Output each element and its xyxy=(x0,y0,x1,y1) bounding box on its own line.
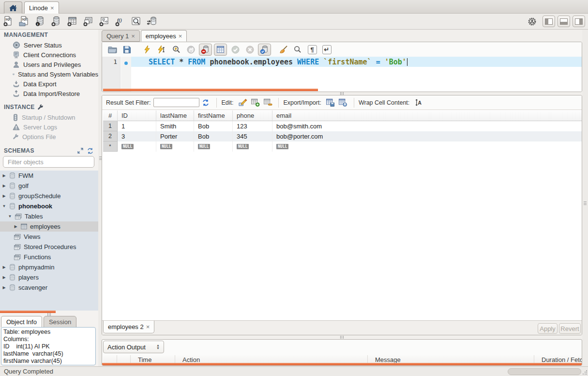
grid-cell-phone[interactable]: 123 xyxy=(233,121,272,131)
schema-tree-item-scavenger[interactable]: ▶ scavenger xyxy=(0,282,98,293)
tab-query-1[interactable]: Query 1 × xyxy=(102,30,140,42)
grid-cell-null[interactable]: NULL xyxy=(233,141,272,152)
close-icon[interactable]: × xyxy=(179,32,182,40)
right-panel-splitter[interactable] xyxy=(582,30,588,366)
execute-query-icon[interactable] xyxy=(140,43,154,56)
schema-tree-item-players[interactable]: ▶ players xyxy=(0,272,98,282)
expand-arrow-icon[interactable]: ▶ xyxy=(2,285,6,290)
schema-tree-item-stored-procedures[interactable]: Stored Procedures xyxy=(0,242,98,252)
horizontal-scrollbar-thumb[interactable] xyxy=(508,368,581,375)
grid-cell-phone[interactable]: 345 xyxy=(233,131,272,141)
sidebar-item-startup-shutdown[interactable]: Startup / Shutdown xyxy=(0,112,98,122)
expand-schemas-icon[interactable] xyxy=(77,148,83,154)
toggle-stop-on-error-button[interactable] xyxy=(199,44,212,56)
refresh-results-icon[interactable] xyxy=(199,97,212,108)
new-query-tab-icon[interactable]: SQL xyxy=(0,15,16,28)
output-type-select[interactable]: Action Output ▲▼ xyxy=(103,341,164,353)
column-header-email[interactable]: email xyxy=(272,110,582,121)
close-icon[interactable]: × xyxy=(50,4,54,12)
apply-button[interactable]: Apply xyxy=(538,323,558,334)
save-file-icon[interactable] xyxy=(120,43,134,56)
schema-inspector-icon[interactable]: i xyxy=(32,15,48,28)
schema-tree-item-phonebook[interactable]: ▼ phonebook xyxy=(0,201,98,211)
row-number-cell[interactable]: 1 xyxy=(103,121,118,131)
expand-arrow-icon[interactable]: ▶ xyxy=(2,265,6,269)
column-header-phone[interactable]: phone xyxy=(233,110,272,121)
grid-cell-id[interactable]: 1 xyxy=(118,121,156,131)
sidebar-item-data-export[interactable]: Data Export xyxy=(0,79,98,89)
grid-cell-null[interactable]: NULL xyxy=(272,141,582,152)
create-table-icon[interactable] xyxy=(64,15,80,28)
sidebar-item-client-connections[interactable]: Client Connections xyxy=(0,50,98,60)
reconnect-db-icon[interactable] xyxy=(144,15,160,28)
stop-query-icon[interactable] xyxy=(183,43,198,56)
limit-rows-button[interactable] xyxy=(214,44,227,56)
edit-record-icon[interactable] xyxy=(236,97,249,108)
preferences-gear-icon[interactable] xyxy=(524,15,540,28)
explain-plan-icon[interactable] xyxy=(169,43,183,56)
column-header-id[interactable]: ID xyxy=(118,110,156,121)
create-procedure-icon[interactable] xyxy=(96,15,112,28)
resize-grip[interactable] xyxy=(582,370,587,375)
rollback-icon[interactable] xyxy=(242,43,257,56)
create-schema-icon[interactable] xyxy=(48,15,64,28)
tab-employees-2[interactable]: employees 2 × xyxy=(103,321,154,333)
delete-row-icon[interactable] xyxy=(261,97,274,108)
create-view-icon[interactable] xyxy=(80,15,96,28)
collapse-arrow-icon[interactable]: ▼ xyxy=(8,214,12,219)
expand-arrow-icon[interactable]: ▶ xyxy=(14,224,18,229)
export-recordset-icon[interactable] xyxy=(324,97,337,108)
sidebar-item-status-system-variables[interactable]: Status and System Variables xyxy=(0,69,98,79)
wrap-text-icon[interactable]: ↵ xyxy=(319,43,334,56)
sidebar-item-data-import[interactable]: Data Import/Restore xyxy=(0,89,98,98)
grid-cell-null[interactable]: NULL xyxy=(194,141,233,152)
toggle-bottom-panel-button[interactable] xyxy=(558,16,570,27)
grid-cell-email[interactable]: bob@porter.com xyxy=(272,131,582,141)
schema-tree-item-functions[interactable]: Functions xyxy=(0,252,98,262)
close-icon[interactable]: × xyxy=(131,32,135,40)
row-number-cell[interactable]: 2 xyxy=(103,131,118,141)
schema-tree-item-golf[interactable]: ▶ golf xyxy=(0,181,98,191)
toggle-left-sidebar-button[interactable] xyxy=(543,16,555,27)
expand-arrow-icon[interactable]: ▶ xyxy=(2,173,6,178)
show-invisibles-icon[interactable]: ¶ xyxy=(305,43,319,56)
column-header-rownum[interactable]: # xyxy=(103,110,118,121)
schema-tree-item-employees[interactable]: ▶ employees xyxy=(0,221,98,232)
expand-arrow-icon[interactable]: ▶ xyxy=(2,184,6,188)
schema-tree-item-phpmyadmin[interactable]: ▶ phpmyadmin xyxy=(0,262,98,272)
import-recordset-icon[interactable] xyxy=(337,97,349,108)
grid-cell-email[interactable]: bob@smith.com xyxy=(272,121,582,131)
new-row-marker-cell[interactable]: * xyxy=(103,141,118,152)
grid-cell-firstname[interactable]: Bob xyxy=(194,131,233,141)
toggle-right-sidebar-button[interactable] xyxy=(573,16,585,27)
insert-row-icon[interactable] xyxy=(249,97,261,108)
create-function-icon[interactable]: f() xyxy=(112,15,128,28)
editor-horizontal-scrollbar[interactable] xyxy=(103,89,318,91)
toggle-autocommit-button[interactable] xyxy=(258,44,271,56)
schema-tree-item-tables[interactable]: ▼ Tables xyxy=(0,211,98,221)
tab-object-info[interactable]: Object Info xyxy=(1,316,42,328)
grid-cell-lastname[interactable]: Smith xyxy=(156,121,194,131)
result-set-filter-input[interactable] xyxy=(153,98,199,107)
grid-cell-firstname[interactable]: Bob xyxy=(194,121,233,131)
schema-tree-item-fwm[interactable]: ▶ FWM xyxy=(0,171,98,181)
home-tab[interactable] xyxy=(4,1,22,14)
grid-cell-lastname[interactable]: Porter xyxy=(156,131,194,141)
grid-cell-null[interactable]: NULL xyxy=(118,141,156,152)
expand-arrow-icon[interactable]: ▶ xyxy=(2,194,6,198)
schema-tree-item-views[interactable]: Views xyxy=(0,232,98,242)
search-data-icon[interactable] xyxy=(128,15,144,28)
schema-filter-input[interactable] xyxy=(8,158,93,166)
sidebar-item-options-file[interactable]: Options File xyxy=(0,132,98,141)
wrap-cell-content-icon[interactable]: A xyxy=(412,97,425,108)
connection-tab[interactable]: Linode × xyxy=(24,1,59,14)
sql-line-1[interactable]: SELECT * FROM phonebook.employees WHERE … xyxy=(131,57,582,67)
close-icon[interactable]: × xyxy=(146,323,150,330)
refresh-schemas-icon[interactable] xyxy=(87,148,93,154)
column-header-lastname[interactable]: lastName xyxy=(156,110,194,121)
schema-tree-item-groupschedule[interactable]: ▶ groupSchedule xyxy=(0,191,98,201)
column-header-firstname[interactable]: firstName xyxy=(194,110,233,121)
grid-cell-id[interactable]: 3 xyxy=(118,131,156,141)
beautify-broom-icon[interactable] xyxy=(276,43,290,56)
open-sql-script-icon[interactable]: SQL xyxy=(16,15,32,28)
